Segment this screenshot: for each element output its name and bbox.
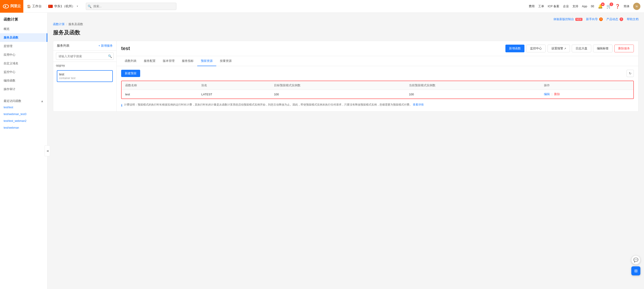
tab-service-metrics[interactable]: 服务指标 bbox=[178, 56, 197, 66]
brand-name: 阿里云 bbox=[10, 4, 20, 8]
guide-label: 新手向导 bbox=[586, 17, 598, 21]
table-header: 函数名称 别名 目标预留模式实例数 当前预留模式实例数 操作 bbox=[122, 81, 633, 90]
sidebar-item-apps[interactable]: 应用中心 bbox=[0, 50, 47, 59]
service-search-input[interactable] bbox=[56, 52, 114, 60]
service-item-qqgray[interactable]: qqgray bbox=[53, 62, 116, 69]
alert-btn[interactable]: 设置报警 ↗ bbox=[548, 44, 570, 52]
cell-current-count: 100 bbox=[405, 90, 540, 99]
alert-label: 设置报警 bbox=[552, 46, 563, 50]
sidebar-item-monitor[interactable]: 监控中心 bbox=[0, 68, 47, 76]
reserved-table-container: 函数名称 别名 目标预留模式实例数 当前预留模式实例数 操作 test bbox=[121, 81, 634, 99]
service-item-test[interactable]: test container test bbox=[57, 70, 113, 82]
bell-icon[interactable]: 🔔● bbox=[598, 4, 603, 9]
tab-version-mgmt[interactable]: 版本管理 bbox=[159, 56, 178, 66]
refresh-btn[interactable]: ↻ bbox=[626, 70, 634, 77]
notice-link[interactable]: 查看详情 bbox=[413, 103, 424, 106]
info-icon: ℹ bbox=[121, 103, 122, 108]
detail-header: test 新增函数 监控中心 设置报警 ↗ 日志大盘 编辑标签 删除服务 bbox=[116, 41, 638, 56]
svg-marker-1 bbox=[4, 5, 6, 8]
sidebar-item-domain[interactable]: 自定义域名 bbox=[0, 59, 47, 68]
nav-link-qiye[interactable]: 企业 bbox=[563, 4, 569, 8]
guide-link[interactable]: 新手向导 9 bbox=[586, 17, 603, 21]
chat-float-btn[interactable]: 💬 bbox=[631, 256, 640, 264]
mail-icon[interactable]: ✉ bbox=[591, 4, 594, 9]
delete-reserved-link[interactable]: 删除 bbox=[554, 92, 560, 96]
new-reserved-btn[interactable]: 新建预留 bbox=[121, 70, 140, 77]
breadcrumb-separator: / bbox=[66, 23, 67, 26]
product-news-label: 产品动态 bbox=[606, 17, 618, 21]
new-console-link[interactable]: 体验新版控制台 NEW bbox=[554, 17, 582, 21]
nav-workspace-label: 工作台 bbox=[32, 4, 42, 8]
top-nav: 阿里云 🏠 工作台 华东1（杭州） ▼ 🔍 费用 工单 ICP 备案 企业 支持… bbox=[0, 0, 644, 13]
detail-service-name: test bbox=[121, 46, 130, 52]
sidebar-recent-item-1[interactable]: test/webman_test3 bbox=[0, 111, 47, 118]
sidebar-item-services[interactable]: 服务及函数 bbox=[0, 33, 47, 42]
help-doc-link[interactable]: 帮助文档 bbox=[627, 17, 638, 21]
nav-region[interactable]: 华东1（杭州） ▼ bbox=[48, 4, 78, 8]
col-func-name: 函数名称 bbox=[122, 81, 198, 90]
apps-float-btn[interactable]: ⊞ bbox=[631, 266, 640, 276]
nav-brand[interactable]: 阿里云 bbox=[0, 0, 23, 13]
nav-region-label: 华东1（杭州） bbox=[54, 4, 75, 8]
add-service-link[interactable]: + 新增服务 bbox=[98, 44, 113, 48]
edit-tag-btn[interactable]: 编辑标签 bbox=[593, 44, 612, 52]
new-func-btn[interactable]: 新增函数 bbox=[506, 44, 524, 52]
cell-func-name: test bbox=[122, 90, 198, 99]
tab-ondemand-resources[interactable]: 按量资源 bbox=[216, 56, 235, 66]
service-item-test-desc: container test bbox=[59, 76, 110, 80]
nav-link-app[interactable]: App bbox=[582, 4, 587, 8]
service-search-icon[interactable]: 🔍 bbox=[108, 54, 112, 58]
sidebar-recent-item-3[interactable]: test/webman bbox=[0, 124, 47, 131]
main-content: 体验新版控制台 NEW 新手向导 9 产品动态 5 帮助文档 函数计算 / 服务… bbox=[48, 13, 644, 289]
sidebar-item-layers[interactable]: 层管理 bbox=[0, 42, 47, 50]
sidebar-collapse-btn[interactable]: ◀ bbox=[44, 146, 50, 156]
col-current-count: 当前预留模式实例数 bbox=[405, 81, 540, 90]
detail-panel: test 新增函数 监控中心 设置报警 ↗ 日志大盘 编辑标签 删除服务 bbox=[116, 41, 638, 112]
refresh-icon: ↻ bbox=[629, 72, 632, 75]
content-area: 服务列表 + 新增服务 🔍 qqgray test container test bbox=[53, 41, 638, 112]
nav-search-input[interactable] bbox=[86, 3, 176, 10]
sidebar-item-audit[interactable]: 操作审计 bbox=[0, 85, 47, 94]
monitor-btn[interactable]: 监控中心 bbox=[526, 44, 546, 52]
sidebar-recent-item-0[interactable]: test/test bbox=[0, 104, 47, 111]
service-item-test-wrap: test container test bbox=[55, 70, 114, 82]
nav-workspace[interactable]: 🏠 工作台 bbox=[27, 4, 42, 8]
sidebar-recent-label: 最近访问函数 bbox=[4, 99, 21, 103]
new-console-label: 体验新版控制台 bbox=[554, 17, 574, 21]
nav-lang[interactable]: 简体 bbox=[624, 4, 630, 8]
nav-link-zhichi[interactable]: 支持 bbox=[572, 4, 578, 8]
tab-service-config[interactable]: 服务配置 bbox=[140, 56, 159, 66]
header-top-links: 体验新版控制台 NEW 新手向导 9 产品动态 5 帮助文档 bbox=[53, 17, 638, 21]
log-btn[interactable]: 日志大盘 bbox=[572, 44, 591, 52]
brand-logo: 阿里云 bbox=[3, 4, 20, 8]
col-alias: 别名 bbox=[198, 81, 270, 90]
user-avatar[interactable]: Ie bbox=[633, 3, 640, 10]
help-icon[interactable]: ❓ bbox=[615, 4, 620, 9]
cart-icon[interactable]: 🛒1 bbox=[606, 4, 612, 9]
nav-link-gongdan[interactable]: 工单 bbox=[538, 4, 544, 8]
chevron-left-icon: ◀ bbox=[46, 149, 48, 152]
nav-search-area: 🔍 bbox=[86, 3, 176, 10]
action-divider: | bbox=[552, 92, 552, 96]
sidebar-recent-item-2[interactable]: test/test_webman2 bbox=[0, 118, 47, 124]
new-reserved-bar: 新建预留 ↻ bbox=[121, 70, 634, 77]
product-news-link[interactable]: 产品动态 5 bbox=[606, 17, 623, 21]
chevron-up-icon[interactable]: ▲ bbox=[40, 99, 44, 103]
chat-icon: 💬 bbox=[633, 258, 638, 262]
sidebar-item-overview[interactable]: 概览 bbox=[0, 25, 47, 33]
service-list-panel: 服务列表 + 新增服务 🔍 qqgray test container test bbox=[53, 41, 116, 112]
service-list-title: 服务列表 bbox=[57, 44, 70, 48]
nav-right-links: 费用 工单 ICP 备案 企业 支持 App ✉ 🔔● 🛒1 ❓ 简体 Ie bbox=[529, 3, 640, 10]
delete-service-btn[interactable]: 删除服务 bbox=[614, 44, 634, 52]
sidebar-item-orchestration[interactable]: 编排函数 bbox=[0, 76, 47, 85]
new-badge: NEW bbox=[576, 18, 582, 21]
tab-func-list[interactable]: 函数列表 bbox=[121, 56, 140, 66]
col-actions: 操作 bbox=[540, 81, 633, 90]
edit-reserved-link[interactable]: 编辑 bbox=[544, 92, 550, 96]
bell-badge: ● bbox=[601, 2, 604, 6]
breadcrumb-link-fc[interactable]: 函数计算 bbox=[53, 22, 65, 26]
nav-link-fei[interactable]: 费用 bbox=[529, 4, 535, 8]
chevron-down-icon: ▼ bbox=[76, 5, 78, 8]
nav-link-icp[interactable]: ICP 备案 bbox=[548, 4, 559, 8]
tab-reserved-resources[interactable]: 预留资源 bbox=[197, 56, 216, 66]
